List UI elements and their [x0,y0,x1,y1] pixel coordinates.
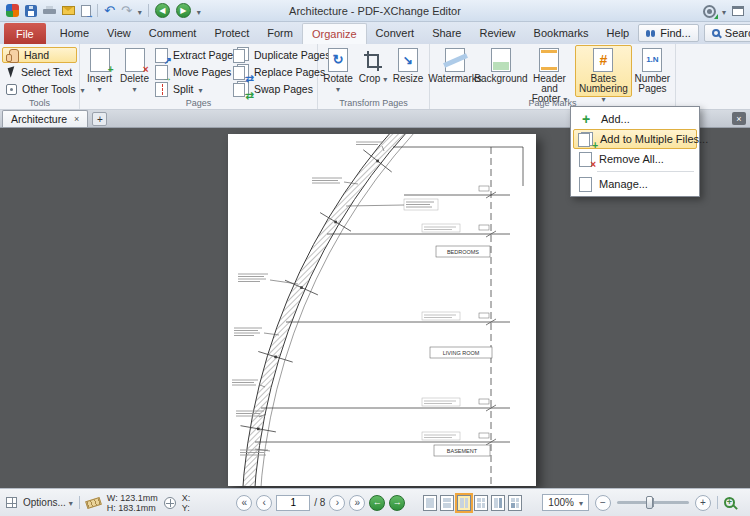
add-to-multiple-files-icon: + [578,132,593,147]
window-title: Architecture - PDF-XChange Editor [0,5,750,17]
bates-numbering-button[interactable]: # Bates Numbering [575,45,632,97]
previous-view-button[interactable]: ← [369,495,385,511]
search-label: Search... [725,27,750,39]
statusbar-separator [79,496,80,509]
document-tab-architecture[interactable]: Architecture × [2,110,88,127]
extract-pages-icon: ↗ [155,48,168,63]
crop-button[interactable]: Crop [356,45,390,97]
tab-review[interactable]: Review [470,22,524,44]
other-tools-button[interactable]: Other Tools [2,81,77,97]
move-pages-button[interactable]: → Move Pages [152,64,230,80]
bates-numbering-label: Bates Numbering [579,73,628,94]
leader-lines [255,146,404,451]
next-view-button[interactable]: → [389,495,405,511]
swap-pages-label: Swap Pages [254,83,313,95]
group-label-transform: Transform Pages [318,98,429,109]
layout-single-page-button[interactable] [423,495,437,511]
layout-cover-page-button[interactable] [491,495,505,511]
settings-icon[interactable] [703,5,716,18]
window-layout-icon[interactable] [732,6,744,16]
replace-pages-label: Replace Pages [254,66,325,78]
page-height-value: H: 183.1mm [107,503,158,513]
background-button[interactable]: Background [478,45,524,97]
zoom-tool-icon[interactable] [724,497,735,508]
insert-page-icon: + [90,48,110,72]
options-button[interactable]: Options... [23,497,73,508]
close-tab-icon[interactable]: × [74,115,79,124]
menu-item-add[interactable]: Add... [573,109,697,129]
tab-comment[interactable]: Comment [140,22,206,44]
split-label: Split [173,83,193,95]
replace-pages-button[interactable]: ⇄ Replace Pages [230,64,314,80]
tab-protect[interactable]: Protect [205,22,258,44]
menu-item-remove-all[interactable]: × Remove All... [573,149,697,169]
page-number-input[interactable] [276,495,310,511]
hand-tool-button[interactable]: Hand [2,47,77,63]
ribbon-group-pages: + Insert × Delete ↗ Extract Pages → Move… [80,44,318,109]
search-icon [712,29,720,37]
page-dimensions: W: 123.1mm H: 183.1mm [107,493,158,513]
level-tags [479,186,489,438]
next-page-button[interactable]: › [329,495,345,511]
rotate-icon: ↻ [328,48,348,72]
group-label-pages: Pages [80,98,317,109]
chevron-down-icon[interactable] [722,5,726,17]
room-label-living-room: LIVING ROOM [443,350,480,356]
tab-convert[interactable]: Convert [367,22,424,44]
select-text-button[interactable]: Select Text [2,64,77,80]
page-total-label: / 8 [314,497,325,508]
move-pages-icon: → [155,65,168,80]
room-label-bedrooms: BEDROOMS [447,249,479,255]
zoom-slider[interactable] [617,501,689,504]
zoom-level-select[interactable]: 100% [542,494,589,511]
tab-form[interactable]: Form [258,22,302,44]
move-pages-label: Move Pages [173,66,231,78]
number-pages-button[interactable]: 1.N Number Pages [632,45,673,97]
chevron-down-icon [336,83,340,94]
watermarks-button[interactable]: Watermarks [432,45,478,97]
tab-home[interactable]: Home [51,22,98,44]
add-icon [578,111,594,127]
menu-item-add-to-multiple-files[interactable]: + Add to Multiple Files... [573,129,697,149]
tab-share[interactable]: Share [423,22,470,44]
first-page-button[interactable]: « [236,495,252,511]
previous-page-button[interactable]: ‹ [256,495,272,511]
split-button[interactable]: Split [152,81,230,97]
new-tab-button[interactable]: + [92,112,107,126]
pdf-page[interactable]: BEDROOMS LIVING ROOM BASEMENT [228,134,536,486]
resize-button[interactable]: ↘ Resize [390,45,426,97]
layout-cover-continuous-button[interactable] [508,495,522,511]
chevron-down-icon [383,73,387,84]
tab-bookmarks[interactable]: Bookmarks [525,22,598,44]
delete-pages-button[interactable]: × Delete [117,45,152,97]
search-button[interactable]: Search... [704,24,750,42]
swap-pages-button[interactable]: ⇄ Swap Pages [230,81,314,97]
last-page-button[interactable]: » [349,495,365,511]
tab-help[interactable]: Help [598,22,639,44]
header-footer-button[interactable]: Header and Footer [524,45,575,97]
number-pages-icon: 1.N [642,48,662,72]
chevron-down-icon [198,83,202,95]
tab-organize[interactable]: Organize [302,23,367,44]
layout-two-pages-button[interactable] [457,495,471,511]
extract-pages-button[interactable]: ↗ Extract Pages [152,47,230,63]
find-button[interactable]: Find... [638,24,699,42]
zoom-slider-thumb[interactable] [646,496,653,509]
close-document-button[interactable]: × [732,112,746,125]
replace-pages-icon: ⇄ [233,64,249,80]
menu-item-manage[interactable]: Manage... [573,174,697,194]
tab-view[interactable]: View [98,22,140,44]
panes-icon[interactable] [6,497,17,508]
rotate-button[interactable]: ↻ Rotate [320,45,356,97]
zoom-in-button[interactable]: + [695,495,711,511]
tab-file[interactable]: File [4,23,46,44]
manage-icon [579,177,592,192]
crop-icon [364,51,382,71]
layout-continuous-button[interactable] [440,495,454,511]
insert-pages-button[interactable]: + Insert [82,45,117,97]
other-tools-label: Other Tools [22,83,76,95]
chevron-down-icon [132,83,136,94]
layout-two-pages-continuous-button[interactable] [474,495,488,511]
duplicate-pages-button[interactable]: Duplicate Pages [230,47,314,63]
zoom-out-button[interactable]: − [595,495,611,511]
